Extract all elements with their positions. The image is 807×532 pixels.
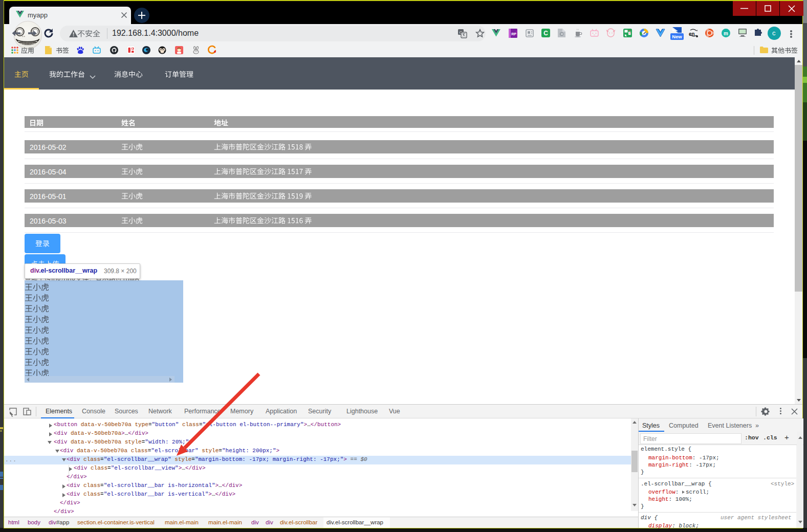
svg-text:New: New — [672, 34, 682, 39]
svg-text:m: m — [724, 31, 728, 36]
svg-text:RP: RP — [511, 32, 516, 36]
svg-text:C: C — [543, 30, 548, 37]
